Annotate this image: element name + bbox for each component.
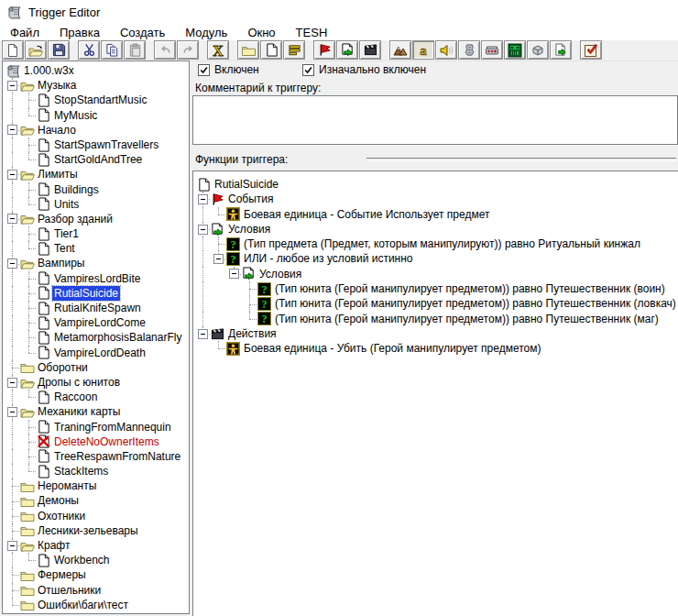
expand-toggle[interactable] xyxy=(7,258,17,269)
function-tree-label[interactable]: (Тип предмета (Предмет, которым манипули… xyxy=(242,236,642,251)
map-tree-label[interactable]: TraningFromMannequin xyxy=(52,420,173,434)
function-tree-row[interactable]: RutialSuicide xyxy=(193,177,678,192)
map-tree-row[interactable]: Нероманты xyxy=(3,478,189,493)
function-tree-label[interactable]: RutialSuicide xyxy=(213,177,280,192)
menu-item-tesh[interactable]: TESH xyxy=(286,25,338,41)
expand-toggle[interactable] xyxy=(7,407,17,417)
new-map-button[interactable] xyxy=(2,40,24,60)
menu-item-модуль[interactable]: Модуль xyxy=(175,25,237,41)
map-tree-label[interactable]: Ошибки\баги\тест xyxy=(36,598,130,612)
new-condition-button[interactable] xyxy=(336,40,358,60)
map-tree-row[interactable]: Демоны xyxy=(3,493,189,508)
map-tree-row[interactable]: Разбор зданий xyxy=(3,212,189,226)
map-tree-row[interactable]: Дропы с юнитов xyxy=(3,375,189,390)
function-tree-row[interactable]: ?(Тип юнита (Герой манипулирует предмето… xyxy=(193,312,678,326)
expand-toggle[interactable] xyxy=(7,541,17,551)
test-map-button[interactable] xyxy=(580,40,602,60)
map-tree-row[interactable]: Музыка xyxy=(3,78,189,93)
new-category-button[interactable] xyxy=(237,40,259,60)
expand-toggle[interactable] xyxy=(198,194,208,204)
map-tree-label[interactable]: MetamorphosisBalanarFly xyxy=(52,330,183,345)
function-tree-row[interactable]: ?(Тип предмета (Предмет, которым манипул… xyxy=(193,236,678,251)
function-tree-label[interactable]: Действия xyxy=(226,326,279,341)
ai-editor-button[interactable] xyxy=(504,40,526,60)
map-tree-row[interactable]: StackItems xyxy=(3,464,189,478)
map-tree-label[interactable]: Отшельники xyxy=(36,583,103,598)
checkmark-icon[interactable] xyxy=(198,64,210,76)
function-tree-row[interactable]: Условия xyxy=(193,267,678,281)
map-tree-row[interactable]: Отшельники xyxy=(3,583,189,598)
new-event-button[interactable] xyxy=(313,40,335,60)
map-tree-label[interactable]: Tent xyxy=(52,241,77,256)
new-action-button[interactable] xyxy=(359,40,381,60)
map-tree-label[interactable]: VampireLordDeath xyxy=(52,346,148,360)
map-tree-label[interactable]: Музыка xyxy=(36,78,78,93)
map-tree-row[interactable]: Лимиты xyxy=(3,167,189,182)
map-tree-row[interactable]: TraningFromMannequin xyxy=(3,420,189,434)
map-tree-label[interactable]: VampireLordCome xyxy=(52,315,148,330)
map-tree-row[interactable]: StartGoldAndTree xyxy=(3,152,189,167)
map-tree-label[interactable]: Workbench xyxy=(52,553,111,567)
delete-button[interactable]: X xyxy=(207,40,229,60)
map-tree-row[interactable]: RutialKnifeSpawn xyxy=(3,301,189,315)
cut-button[interactable] xyxy=(78,40,100,60)
map-tree-row[interactable]: VampireLordCome xyxy=(3,315,189,330)
map-tree-label[interactable]: Нероманты xyxy=(36,478,98,493)
map-tree-label[interactable]: Демоны xyxy=(36,493,81,508)
map-tree-row[interactable]: Фермеры xyxy=(3,567,189,582)
map-tree-row[interactable]: Вампиры xyxy=(3,256,189,270)
map-tree-label[interactable]: Охотники xyxy=(36,509,87,523)
map-tree-label[interactable]: StartSpawnTravellers xyxy=(52,138,160,152)
expand-toggle[interactable] xyxy=(229,269,239,279)
map-tree-row[interactable]: Механики карты xyxy=(3,404,189,419)
function-tree-label[interactable]: Боевая единица - Убить (Герой манипулиру… xyxy=(242,341,543,356)
expand-toggle[interactable] xyxy=(213,254,224,264)
map-tree-label[interactable]: RutialSuicide xyxy=(52,286,120,301)
map-tree-label[interactable]: 1.000.w3x xyxy=(22,63,76,78)
map-tree-label[interactable]: TreeRespawnFromNature xyxy=(52,449,182,464)
function-tree-row[interactable]: ?(Тип юнита (Герой манипулирует предмето… xyxy=(193,281,678,296)
map-tree-row[interactable]: RutialSuicide xyxy=(3,286,189,301)
map-tree-row[interactable]: DeleteNoOwnerItems xyxy=(3,434,189,449)
function-tree-label[interactable]: ИЛИ - любое из условий истинно xyxy=(242,251,415,266)
function-tree-label[interactable]: Условия xyxy=(257,267,303,281)
map-tree-row[interactable]: MetamorphosisBalanarFly xyxy=(3,330,189,345)
map-tree-label[interactable]: StopStandartMusic xyxy=(52,93,148,107)
function-tree-row[interactable]: Боевая единица - Убить (Герой манипулиру… xyxy=(193,341,678,356)
expand-toggle[interactable] xyxy=(7,81,17,91)
map-tree-label[interactable]: Крафт xyxy=(36,538,71,553)
map-tree-label[interactable]: Units xyxy=(52,197,81,212)
map-tree-label[interactable]: VampiresLordBite xyxy=(52,271,143,286)
map-tree-label[interactable]: DeleteNoOwnerItems xyxy=(52,434,161,449)
expand-toggle[interactable] xyxy=(198,225,208,235)
map-tree-label[interactable]: StartGoldAndTree xyxy=(52,152,144,167)
checkmark-icon[interactable] xyxy=(302,64,314,76)
map-tree-row[interactable]: Units xyxy=(3,197,189,212)
menu-item-правка[interactable]: Правка xyxy=(49,25,110,41)
map-tree-label[interactable]: RutialKnifeSpawn xyxy=(52,301,143,315)
map-tree-row[interactable]: Workbench xyxy=(3,553,189,567)
map-tree-label[interactable]: Лимиты xyxy=(36,167,80,182)
expand-toggle[interactable] xyxy=(7,170,17,180)
expand-toggle[interactable] xyxy=(7,214,17,224)
map-tree-label[interactable]: StackItems xyxy=(52,464,110,478)
expand-toggle[interactable] xyxy=(7,125,17,135)
function-tree-label[interactable]: (Тип юнита (Герой манипулирует предметом… xyxy=(273,281,667,296)
map-tree-label[interactable]: Оборотни xyxy=(36,360,90,375)
map-tree-label[interactable]: MyMusic xyxy=(52,108,99,123)
menu-item-окно[interactable]: Окно xyxy=(237,25,285,41)
map-tree-label[interactable]: Raccoon xyxy=(52,390,99,404)
save-map-button[interactable] xyxy=(48,40,70,60)
map-tree-label[interactable]: Разбор зданий xyxy=(36,212,115,226)
map-tree-row[interactable]: Лесники-зельевары xyxy=(3,523,189,538)
map-tree-row[interactable]: Ошибки\баги\тест xyxy=(3,598,189,612)
function-tree-row[interactable]: События xyxy=(193,192,678,206)
map-tree-row[interactable]: Оборотни xyxy=(3,360,189,375)
function-tree-row[interactable]: Боевая единица - Событие Использует пред… xyxy=(193,207,678,222)
function-tree-label[interactable]: (Тип юнита (Герой манипулирует предметом… xyxy=(273,312,661,326)
map-tree-row[interactable]: Крафт xyxy=(3,538,189,553)
map-tree-row[interactable]: Buildings xyxy=(3,182,189,197)
comment-input[interactable] xyxy=(193,96,677,144)
object-editor-button[interactable] xyxy=(458,40,480,60)
expand-toggle[interactable] xyxy=(198,329,208,339)
